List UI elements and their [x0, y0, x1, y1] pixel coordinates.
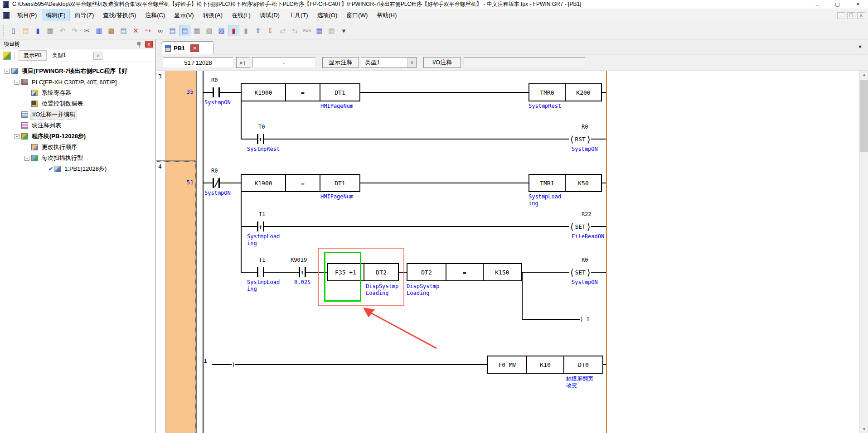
scrollbar-thumb[interactable]: [860, 80, 868, 152]
move-block-f0mv[interactable]: F0 MV K10 DT0: [487, 356, 603, 374]
status-display-icon[interactable]: ▦: [326, 25, 337, 36]
no-contact-t1[interactable]: [257, 267, 264, 277]
tree-item-scan-execution-type[interactable]: − 每次扫描执行型: [0, 153, 155, 164]
tree-item-position-control-table[interactable]: − 位置控制数据表: [0, 98, 155, 109]
device-monitor-icon[interactable]: ▦: [314, 25, 325, 36]
expand-box-icon[interactable]: −: [15, 134, 19, 139]
comment-type-combo[interactable]: 类型1 ∨: [51, 51, 102, 60]
diff-contact-r9019[interactable]: ↑: [299, 267, 306, 277]
timer-preset[interactable]: K200: [565, 84, 601, 101]
tree-item-io-comment-edit[interactable]: − I/O注释一并编辑: [0, 109, 155, 120]
mdi-restore-button[interactable]: ❐: [847, 12, 855, 19]
chevron-down-icon[interactable]: ∨: [93, 52, 102, 60]
tab-close-icon[interactable]: ✕: [190, 44, 199, 52]
toolbar-grip[interactable]: [3, 25, 5, 37]
tree-item-project[interactable]: − 项目[FPWINGR-7读出右侧PLC程序【好: [0, 66, 155, 77]
tree-item-pb1[interactable]: − ✔ 1:PB1(12028步): [0, 164, 155, 174]
compare-operand2[interactable]: DT1: [320, 175, 359, 191]
compare-operand1[interactable]: K1900: [242, 175, 285, 191]
timer-name[interactable]: TMR0: [529, 84, 565, 101]
menu-debug[interactable]: 调试(D): [256, 10, 284, 21]
move-destination[interactable]: DT0: [563, 356, 602, 373]
program-check-icon[interactable]: ⇄: [277, 25, 288, 36]
timer-block-tmr0[interactable]: TMR0 K200: [529, 83, 602, 101]
add-instruction-icon[interactable]: [3, 52, 11, 60]
copy-icon[interactable]: ▥: [93, 25, 105, 36]
download-to-plc-icon[interactable]: ⇩: [265, 25, 276, 36]
tree-item-block-comment-list[interactable]: − 块注释列表: [0, 120, 155, 131]
menu-display[interactable]: 显示(V): [170, 10, 198, 21]
insert-instruction-icon[interactable]: ▤: [118, 25, 129, 36]
compare-operand1[interactable]: K1900: [242, 84, 285, 101]
save-icon[interactable]: ▮: [32, 25, 44, 36]
print-icon[interactable]: ▦: [44, 25, 56, 36]
compare-block[interactable]: K1900 = DT1: [241, 174, 360, 192]
jump-arrow-icon[interactable]: ↪: [142, 25, 154, 36]
menu-window[interactable]: 窗口(W): [342, 10, 372, 21]
compare-operand1[interactable]: DT2: [407, 264, 446, 280]
menu-help[interactable]: 帮助(H): [373, 10, 401, 21]
tab-list-dropdown-icon[interactable]: ▼: [858, 44, 863, 49]
timer-name[interactable]: TMR1: [529, 175, 565, 191]
set-coil-r22[interactable]: ⟨ SET ⟩: [569, 221, 591, 231]
menu-convert[interactable]: 转换(A): [199, 10, 227, 21]
rst-coil[interactable]: ⟨ RST ⟩: [569, 134, 591, 144]
redo-icon[interactable]: ↷: [69, 25, 80, 36]
chevron-down-icon[interactable]: ∨: [407, 58, 416, 67]
vertical-scrollbar[interactable]: ▲ ▼: [859, 71, 868, 433]
compare-block-dt2[interactable]: DT2 = K150: [407, 263, 522, 281]
close-button[interactable]: ✕: [848, 0, 868, 9]
show-pb-button[interactable]: 显示PB: [19, 50, 47, 61]
menu-options[interactable]: 选项(O): [313, 10, 342, 21]
no-contact-r0[interactable]: [213, 87, 220, 97]
compare-operator[interactable]: =: [285, 84, 320, 101]
instruction-list-icon[interactable]: ▤: [167, 25, 178, 36]
scroll-up-icon[interactable]: ▲: [860, 71, 868, 79]
nc-contact-r0[interactable]: [213, 178, 220, 188]
delete-instruction-icon[interactable]: ✕: [130, 25, 141, 36]
find-binoculars-icon[interactable]: ∞: [155, 25, 166, 36]
diff-contact-t0[interactable]: ↑: [257, 134, 264, 144]
monitor-value-field[interactable]: -: [252, 57, 315, 68]
menu-project[interactable]: 项目(P): [13, 10, 41, 21]
tree-item-system-registers[interactable]: − 系统寄存器: [0, 87, 155, 98]
tree-item-change-exec-order[interactable]: − 更改执行顺序: [0, 142, 155, 153]
expand-box-icon[interactable]: −: [5, 69, 10, 74]
timer-block-tmr1[interactable]: TMR1 K50: [529, 174, 602, 192]
run-mode-icon[interactable]: RUN: [301, 25, 313, 36]
set-coil-r0[interactable]: ⟨ SET ⟩: [569, 267, 591, 277]
undo-icon[interactable]: ↶: [57, 25, 68, 36]
cut-icon[interactable]: ✂: [81, 25, 92, 36]
comment-type-select[interactable]: 类型1 ∨: [361, 57, 417, 68]
io-comment-button[interactable]: I/O注释: [423, 57, 461, 68]
panel-close-icon[interactable]: x: [145, 41, 153, 48]
new-file-icon[interactable]: ▯: [8, 25, 19, 36]
paste-icon[interactable]: ▩: [106, 25, 117, 36]
move-source[interactable]: K10: [526, 356, 563, 373]
mdi-minimize-button[interactable]: —: [837, 12, 845, 19]
minimize-button[interactable]: –: [807, 0, 827, 9]
timer-preset[interactable]: K50: [565, 175, 601, 191]
menu-edit[interactable]: 编辑(E): [42, 10, 69, 21]
compare-operator[interactable]: =: [285, 175, 320, 191]
menu-comment[interactable]: 注释(C): [141, 10, 169, 21]
upload-from-plc-icon[interactable]: ⇧: [252, 25, 264, 36]
monitor-settings-icon[interactable]: ▨: [216, 25, 227, 36]
tree-item-program-blocks[interactable]: − 程序块(PB-12028步): [0, 131, 155, 142]
compare-block[interactable]: K1900 = DT1: [241, 83, 360, 101]
grid-display-alt-icon[interactable]: ▧: [204, 25, 215, 36]
menu-find-replace[interactable]: 查找/替换(S): [99, 10, 140, 21]
step-counter-field[interactable]: 51 / 12028: [163, 57, 233, 68]
program-convert-icon[interactable]: ⇆: [289, 25, 301, 36]
comment-display-field[interactable]: [464, 57, 585, 68]
show-comment-button[interactable]: 显示注释: [322, 57, 359, 68]
offline-edit-icon[interactable]: ▮: [240, 25, 252, 36]
grid-display-icon[interactable]: ▦: [191, 25, 203, 36]
pin-icon[interactable]: [136, 41, 143, 48]
comment-display-icon[interactable]: ▤: [179, 25, 190, 36]
open-folder-icon[interactable]: ▤: [20, 25, 31, 36]
mdi-close-button[interactable]: ✕: [857, 12, 865, 19]
menu-wizard[interactable]: 向导(Z): [71, 10, 98, 21]
online-monitor-icon[interactable]: ▮: [228, 25, 239, 36]
expand-box-icon[interactable]: −: [24, 156, 29, 161]
